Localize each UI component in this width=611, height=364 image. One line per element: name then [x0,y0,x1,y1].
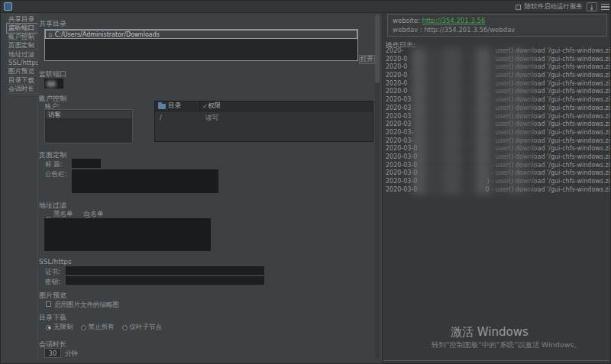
dir-download-radio-0[interactable] [46,325,51,330]
col-perm-label: 权限 [208,101,221,111]
website-label: website: [393,17,420,24]
section-dir-download-label: 目录下载 [39,313,66,323]
dir-download-radio-2[interactable] [122,325,128,330]
bottom-edge-line [383,360,609,361]
sidebar-item-5[interactable]: SSL/https [7,59,37,67]
menu-icon[interactable] [601,4,609,11]
dir-download-option-label-0[interactable]: 无限制 [53,323,73,332]
key-label: 密钥: [45,278,60,287]
sidebar-divider [37,14,38,359]
webdav-label: webdav : [393,26,422,34]
account-item-guest[interactable]: 访客 [46,111,131,118]
thumbnail-checkbox[interactable] [46,301,51,307]
perm-row-perm[interactable]: 读写 [205,114,218,123]
dir-download-radio-1[interactable] [81,325,86,330]
permissions-table[interactable]: 目录 ✓ 权限 / 读写 [154,101,373,142]
home-icon: ⌂ [48,31,53,38]
page-title-input[interactable] [72,159,101,168]
sidebar-item-2[interactable]: 账户控制 [7,33,37,41]
perm-row-dir[interactable]: / [160,114,162,121]
autostart-label: 随软件启动运行服务 [525,2,584,11]
log-censor-blur [412,47,535,195]
share-dir-row[interactable]: ⌂ C:/Users/Administrator/Downloads [46,31,357,38]
open-button[interactable]: 打开 [359,55,375,64]
sidebar-item-7[interactable]: 目录下载 [7,76,37,85]
section-share-dir-label: 共享目录 [39,19,66,29]
session-minutes-input[interactable]: 30 [44,348,61,358]
app-window: 随软件启动运行服务 ⭳ 共享目录监听端口账户控制页面定制地址过滤SSL/http… [0,0,611,364]
sidebar-item-0[interactable]: 共享目录 [7,15,37,24]
sidebar-item-1[interactable]: 监听端口 [7,24,37,32]
download-icon[interactable]: ⭳ [587,2,597,11]
share-dir-listbox[interactable]: ⌂ C:/Users/Administrator/Downloads [44,29,358,61]
dir-download-option-label-1[interactable]: 禁止所有 [89,323,115,332]
port-input[interactable] [44,79,63,89]
filter-textarea[interactable] [44,218,211,251]
share-dir-path: C:/Users/Administrator/Downloads [55,31,160,38]
dir-download-options: 无限制禁止所有仅叶子节点 [46,323,162,332]
col-dir-label: 目录 [168,101,181,111]
sidebar-item-6[interactable]: 图片预览 [7,67,37,76]
activate-windows-title: 激活 Windows [451,325,529,340]
cert-input[interactable] [66,266,264,275]
sidebar-item-8[interactable]: 会话时长 [7,85,37,93]
section-ssl-label: SSL/https [39,258,72,266]
key-input[interactable] [66,276,264,285]
dir-download-option-label-2[interactable]: 仅叶子节点 [130,323,163,332]
page-title-label: 标 题: [45,160,63,169]
left-panel-scrollbar-thumb[interactable] [375,14,380,83]
website-link[interactable]: http://354.201.3.56 [422,17,486,24]
right-panel: website: http://354.201.3.56 webdav : ht… [382,13,611,364]
section-page-label: 页面定制 [39,150,66,160]
activate-windows-subtitle: 转到"控制面板"中的"系统"以激活 Windows。 [432,340,581,350]
sidebar-nav: 共享目录监听端口账户控制页面定制地址过滤SSL/https图片预览目录下载会话时… [7,14,37,94]
thumbnail-label[interactable]: 启用图片文件的缩略图 [54,301,119,310]
page-notice-label: 公告栏: [45,170,66,179]
sidebar-item-4[interactable]: 地址过滤 [7,50,37,59]
address-info-box: website: http://354.201.3.56 webdav : ht… [387,14,607,37]
account-listbox[interactable]: 访客 [44,109,133,143]
page-notice-textarea[interactable] [72,169,218,193]
cert-label: 证书: [45,268,60,277]
session-unit-label: 分钟 [65,350,78,359]
permissions-table-header[interactable]: 目录 ✓ 权限 [155,101,373,111]
sidebar-item-3[interactable]: 页面定制 [7,41,37,50]
section-preview-label: 图片预览 [39,291,66,301]
folder-icon [158,104,166,109]
autostart-checkbox[interactable] [516,5,521,10]
webdav-url: http://354.201.3.56/webdav [424,26,515,34]
app-icon [4,2,12,11]
title-bar: 随软件启动运行服务 ⭳ [1,1,611,13]
